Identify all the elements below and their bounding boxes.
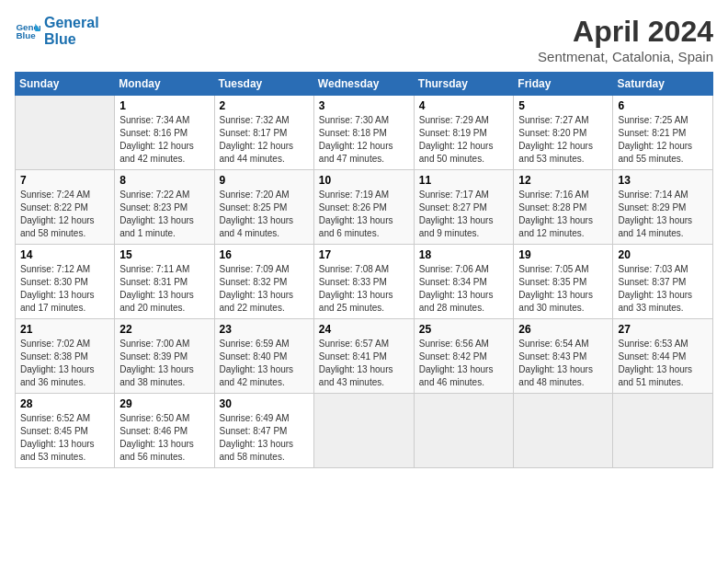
- header-cell-monday: Monday: [115, 73, 214, 96]
- day-info: Sunrise: 7:30 AMSunset: 8:18 PMDaylight:…: [319, 114, 409, 166]
- day-number: 12: [518, 174, 608, 187]
- calendar-cell: 19 Sunrise: 7:05 AMSunset: 8:35 PMDaylig…: [514, 245, 613, 319]
- calendar-cell: 4 Sunrise: 7:29 AMSunset: 8:19 PMDayligh…: [414, 96, 514, 170]
- calendar-cell: 11 Sunrise: 7:17 AMSunset: 8:27 PMDaylig…: [414, 170, 514, 245]
- day-info: Sunrise: 7:20 AMSunset: 8:25 PMDaylight:…: [220, 189, 309, 240]
- day-info: Sunrise: 7:00 AMSunset: 8:39 PMDaylight:…: [119, 338, 209, 389]
- calendar-cell: 3 Sunrise: 7:30 AMSunset: 8:18 PMDayligh…: [313, 96, 414, 170]
- day-info: Sunrise: 7:03 AMSunset: 8:37 PMDaylight:…: [618, 263, 708, 315]
- header: General Blue General Blue April 2024 Sen…: [15, 15, 713, 64]
- week-row-4: 21 Sunrise: 7:02 AMSunset: 8:38 PMDaylig…: [16, 319, 713, 394]
- title-area: April 2024 Sentmenat, Catalonia, Spain: [538, 15, 713, 64]
- day-number: 28: [20, 397, 109, 410]
- day-info: Sunrise: 7:06 AMSunset: 8:34 PMDaylight:…: [419, 263, 509, 315]
- day-info: Sunrise: 7:11 AMSunset: 8:31 PMDaylight:…: [119, 263, 209, 315]
- day-number: 6: [618, 99, 708, 112]
- week-row-3: 14 Sunrise: 7:12 AMSunset: 8:30 PMDaylig…: [16, 245, 713, 319]
- day-info: Sunrise: 7:12 AMSunset: 8:30 PMDaylight:…: [20, 263, 109, 315]
- day-number: 10: [319, 174, 409, 187]
- calendar-cell: 16 Sunrise: 7:09 AMSunset: 8:32 PMDaylig…: [214, 245, 313, 319]
- day-info: Sunrise: 7:29 AMSunset: 8:19 PMDaylight:…: [419, 114, 509, 166]
- header-cell-sunday: Sunday: [16, 73, 115, 96]
- calendar-cell: 24 Sunrise: 6:57 AMSunset: 8:41 PMDaylig…: [313, 319, 414, 394]
- calendar-cell: 17 Sunrise: 7:08 AMSunset: 8:33 PMDaylig…: [313, 245, 414, 319]
- day-info: Sunrise: 7:24 AMSunset: 8:22 PMDaylight:…: [20, 189, 109, 240]
- day-info: Sunrise: 7:02 AMSunset: 8:38 PMDaylight:…: [20, 338, 109, 389]
- calendar-cell: [613, 394, 713, 468]
- day-info: Sunrise: 6:49 AMSunset: 8:47 PMDaylight:…: [220, 412, 309, 464]
- day-number: 17: [319, 248, 409, 261]
- week-row-2: 7 Sunrise: 7:24 AMSunset: 8:22 PMDayligh…: [16, 170, 713, 245]
- calendar-table: SundayMondayTuesdayWednesdayThursdayFrid…: [15, 72, 713, 468]
- calendar-cell: 20 Sunrise: 7:03 AMSunset: 8:37 PMDaylig…: [613, 245, 713, 319]
- day-info: Sunrise: 6:59 AMSunset: 8:40 PMDaylight:…: [220, 338, 309, 389]
- calendar-cell: 18 Sunrise: 7:06 AMSunset: 8:34 PMDaylig…: [414, 245, 514, 319]
- day-number: 20: [618, 248, 708, 261]
- header-cell-friday: Friday: [514, 73, 613, 96]
- day-number: 7: [20, 174, 109, 187]
- logo-text-blue: Blue: [44, 31, 99, 48]
- calendar-cell: 12 Sunrise: 7:16 AMSunset: 8:28 PMDaylig…: [514, 170, 613, 245]
- day-number: 23: [220, 323, 309, 336]
- calendar-cell: 30 Sunrise: 6:49 AMSunset: 8:47 PMDaylig…: [214, 394, 313, 468]
- calendar-cell: 27 Sunrise: 6:53 AMSunset: 8:44 PMDaylig…: [613, 319, 713, 394]
- day-info: Sunrise: 7:19 AMSunset: 8:26 PMDaylight:…: [319, 189, 409, 240]
- calendar-cell: [313, 394, 414, 468]
- calendar-cell: 5 Sunrise: 7:27 AMSunset: 8:20 PMDayligh…: [514, 96, 613, 170]
- header-cell-tuesday: Tuesday: [214, 73, 313, 96]
- calendar-cell: 9 Sunrise: 7:20 AMSunset: 8:25 PMDayligh…: [214, 170, 313, 245]
- week-row-5: 28 Sunrise: 6:52 AMSunset: 8:45 PMDaylig…: [16, 394, 713, 468]
- calendar-header: SundayMondayTuesdayWednesdayThursdayFrid…: [16, 73, 713, 96]
- calendar-cell: 14 Sunrise: 7:12 AMSunset: 8:30 PMDaylig…: [16, 245, 115, 319]
- day-number: 21: [20, 323, 109, 336]
- day-info: Sunrise: 7:34 AMSunset: 8:16 PMDaylight:…: [119, 114, 209, 166]
- calendar-cell: 8 Sunrise: 7:22 AMSunset: 8:23 PMDayligh…: [115, 170, 214, 245]
- calendar-cell: [414, 394, 514, 468]
- calendar-cell: 10 Sunrise: 7:19 AMSunset: 8:26 PMDaylig…: [313, 170, 414, 245]
- day-info: Sunrise: 6:52 AMSunset: 8:45 PMDaylight:…: [20, 412, 109, 464]
- day-info: Sunrise: 6:54 AMSunset: 8:43 PMDaylight:…: [518, 338, 608, 389]
- day-info: Sunrise: 7:08 AMSunset: 8:33 PMDaylight:…: [319, 263, 409, 315]
- location: Sentmenat, Catalonia, Spain: [538, 49, 713, 64]
- calendar-cell: 21 Sunrise: 7:02 AMSunset: 8:38 PMDaylig…: [16, 319, 115, 394]
- day-number: 5: [518, 99, 608, 112]
- day-info: Sunrise: 6:53 AMSunset: 8:44 PMDaylight:…: [618, 338, 708, 389]
- month-year: April 2024: [538, 15, 713, 49]
- calendar-cell: 15 Sunrise: 7:11 AMSunset: 8:31 PMDaylig…: [115, 245, 214, 319]
- logo: General Blue General Blue: [15, 15, 99, 47]
- day-number: 3: [319, 99, 409, 112]
- header-cell-saturday: Saturday: [613, 73, 713, 96]
- day-number: 22: [119, 323, 209, 336]
- calendar-cell: [514, 394, 613, 468]
- day-number: 18: [419, 248, 509, 261]
- calendar-cell: 29 Sunrise: 6:50 AMSunset: 8:46 PMDaylig…: [115, 394, 214, 468]
- day-info: Sunrise: 7:22 AMSunset: 8:23 PMDaylight:…: [119, 189, 209, 240]
- day-number: 25: [419, 323, 509, 336]
- day-number: 15: [119, 248, 209, 261]
- calendar-cell: 1 Sunrise: 7:34 AMSunset: 8:16 PMDayligh…: [115, 96, 214, 170]
- day-info: Sunrise: 7:16 AMSunset: 8:28 PMDaylight:…: [518, 189, 608, 240]
- day-info: Sunrise: 7:32 AMSunset: 8:17 PMDaylight:…: [220, 114, 309, 166]
- calendar-cell: 28 Sunrise: 6:52 AMSunset: 8:45 PMDaylig…: [16, 394, 115, 468]
- day-number: 11: [419, 174, 509, 187]
- svg-text:Blue: Blue: [16, 30, 36, 40]
- day-number: 26: [518, 323, 608, 336]
- day-info: Sunrise: 7:17 AMSunset: 8:27 PMDaylight:…: [419, 189, 509, 240]
- calendar-body: 1 Sunrise: 7:34 AMSunset: 8:16 PMDayligh…: [16, 96, 713, 468]
- day-number: 19: [518, 248, 608, 261]
- calendar-cell: 2 Sunrise: 7:32 AMSunset: 8:17 PMDayligh…: [214, 96, 313, 170]
- calendar-cell: 26 Sunrise: 6:54 AMSunset: 8:43 PMDaylig…: [514, 319, 613, 394]
- calendar-cell: 23 Sunrise: 6:59 AMSunset: 8:40 PMDaylig…: [214, 319, 313, 394]
- calendar-cell: [16, 96, 115, 170]
- day-info: Sunrise: 7:14 AMSunset: 8:29 PMDaylight:…: [618, 189, 708, 240]
- day-info: Sunrise: 6:50 AMSunset: 8:46 PMDaylight:…: [119, 412, 209, 464]
- calendar-cell: 13 Sunrise: 7:14 AMSunset: 8:29 PMDaylig…: [613, 170, 713, 245]
- day-number: 27: [618, 323, 708, 336]
- day-number: 29: [119, 397, 209, 410]
- calendar-cell: 6 Sunrise: 7:25 AMSunset: 8:21 PMDayligh…: [613, 96, 713, 170]
- day-number: 8: [119, 174, 209, 187]
- calendar-cell: 25 Sunrise: 6:56 AMSunset: 8:42 PMDaylig…: [414, 319, 514, 394]
- logo-icon: General Blue: [15, 18, 40, 44]
- day-info: Sunrise: 7:25 AMSunset: 8:21 PMDaylight:…: [618, 114, 708, 166]
- header-cell-wednesday: Wednesday: [313, 73, 414, 96]
